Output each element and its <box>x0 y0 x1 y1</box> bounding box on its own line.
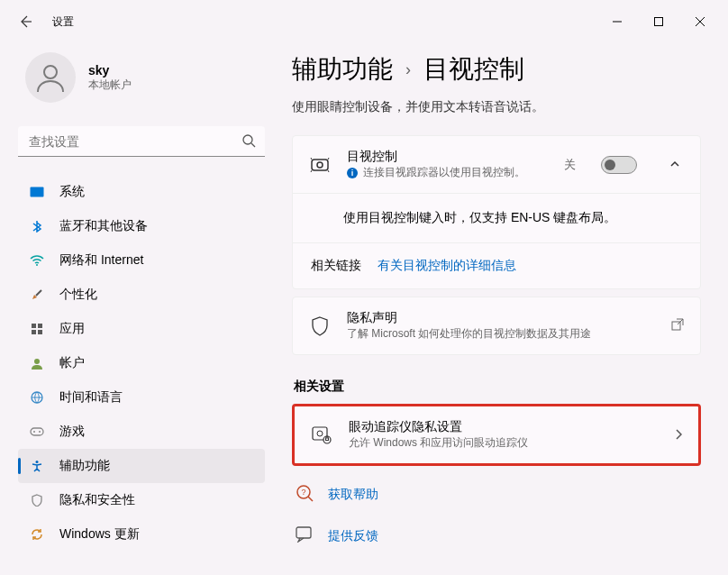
bluetooth-icon <box>29 218 45 234</box>
tracker-title: 眼动追踪仪隐私设置 <box>349 419 659 435</box>
svg-text:?: ? <box>301 488 305 497</box>
sidebar-item-label: Windows 更新 <box>59 526 140 543</box>
sidebar-item-label: 网络和 Internet <box>59 252 143 269</box>
feedback-link[interactable]: 提供反馈 <box>328 528 378 544</box>
svg-point-17 <box>33 431 35 433</box>
breadcrumb-current: 目视控制 <box>423 52 524 87</box>
window-title: 设置 <box>52 14 74 30</box>
close-button[interactable] <box>679 7 721 36</box>
eye-control-title: 目视控制 <box>347 149 548 165</box>
tracker-icon <box>311 426 332 444</box>
search-box[interactable] <box>18 126 265 157</box>
svg-point-19 <box>36 461 39 463</box>
svg-line-29 <box>308 497 313 501</box>
svg-rect-10 <box>32 324 36 328</box>
svg-rect-1 <box>655 18 663 26</box>
svg-rect-12 <box>32 330 36 334</box>
info-icon: i <box>347 168 358 178</box>
sidebar-item-label: 辅助功能 <box>59 458 110 474</box>
search-input[interactable] <box>18 126 265 157</box>
svg-point-18 <box>39 431 41 433</box>
eye-control-icon <box>309 154 331 176</box>
chevron-right-icon: › <box>405 60 411 79</box>
person-icon <box>29 355 45 371</box>
sidebar-item-label: 帐户 <box>59 355 85 371</box>
shield-icon <box>29 492 45 508</box>
help-icon: ? <box>296 484 314 505</box>
svg-rect-20 <box>312 160 328 170</box>
eye-tracker-privacy-card[interactable]: 眼动追踪仪隐私设置 允许 Windows 和应用访问眼动追踪仪 <box>292 404 701 466</box>
svg-point-8 <box>36 264 38 266</box>
sidebar-item-accounts[interactable]: 帐户 <box>18 346 265 380</box>
privacy-statement-card[interactable]: 隐私声明 了解 Microsoft 如何处理你的目视控制数据及其用途 <box>292 297 701 355</box>
brush-icon <box>29 287 45 303</box>
svg-point-4 <box>44 66 57 78</box>
sidebar-item-label: 系统 <box>59 184 85 200</box>
svg-point-5 <box>243 135 252 144</box>
eye-control-sub: 连接目视跟踪器以使用目视控制。 <box>363 165 525 180</box>
sidebar-item-label: 个性化 <box>59 287 97 303</box>
svg-rect-13 <box>38 330 42 334</box>
sidebar-item-label: 应用 <box>59 321 85 337</box>
sidebar-item-personalization[interactable]: 个性化 <box>18 278 265 312</box>
svg-point-24 <box>317 431 323 436</box>
svg-rect-11 <box>38 324 42 328</box>
svg-rect-7 <box>31 187 44 197</box>
wifi-icon <box>29 252 45 269</box>
chevron-right-icon <box>675 427 682 443</box>
sidebar-item-accessibility[interactable]: 辅助功能 <box>18 449 265 483</box>
svg-rect-16 <box>31 428 43 435</box>
expand-chevron[interactable] <box>666 157 684 173</box>
svg-point-21 <box>317 162 323 168</box>
sidebar-item-apps[interactable]: 应用 <box>18 312 265 346</box>
external-link-icon <box>671 318 684 334</box>
privacy-title: 隐私声明 <box>347 310 655 326</box>
maximize-button[interactable] <box>638 7 679 36</box>
profile-sub: 本地帐户 <box>88 78 132 93</box>
eye-control-card: 目视控制 i 连接目视跟踪器以使用目视控制。 关 使用目视控制键入时，仅支持 E… <box>292 135 701 289</box>
eye-control-details-link[interactable]: 有关目视控制的详细信息 <box>378 258 516 274</box>
globe-icon <box>29 389 45 406</box>
eye-control-note: 使用目视控制键入时，仅支持 EN-US 键盘布局。 <box>293 193 700 242</box>
sidebar-item-label: 蓝牙和其他设备 <box>59 218 148 234</box>
get-help-link[interactable]: 获取帮助 <box>328 487 378 503</box>
sidebar-item-label: 隐私和安全性 <box>59 492 135 508</box>
related-links-label: 相关链接 <box>311 258 361 274</box>
page-description: 使用眼睛控制设备，并使用文本转语音说话。 <box>292 99 701 115</box>
search-icon <box>241 133 256 151</box>
svg-line-6 <box>251 143 255 147</box>
tracker-sub: 允许 Windows 和应用访问眼动追踪仪 <box>349 435 659 451</box>
back-button[interactable] <box>7 4 43 40</box>
related-settings-header: 相关设置 <box>294 379 701 395</box>
sidebar-item-label: 时间和语言 <box>59 389 123 406</box>
sidebar-item-time-language[interactable]: 时间和语言 <box>18 380 265 415</box>
minimize-button[interactable] <box>596 7 638 36</box>
feedback-icon <box>296 526 314 545</box>
shield-outline-icon <box>309 316 331 336</box>
accessibility-icon <box>29 458 45 474</box>
sidebar-item-gaming[interactable]: 游戏 <box>18 415 265 449</box>
svg-line-9 <box>36 290 41 296</box>
sidebar-item-system[interactable]: 系统 <box>18 175 265 209</box>
apps-icon <box>29 321 45 337</box>
display-icon <box>29 184 45 200</box>
profile-name: sky <box>88 63 132 78</box>
eye-control-toggle[interactable] <box>601 156 637 174</box>
toggle-state-label: 关 <box>564 157 576 173</box>
profile[interactable]: sky 本地帐户 <box>18 43 265 126</box>
sidebar-item-network[interactable]: 网络和 Internet <box>18 243 265 278</box>
breadcrumb: 辅助功能 › 目视控制 <box>292 52 701 87</box>
avatar <box>25 52 76 103</box>
sidebar-item-privacy[interactable]: 隐私和安全性 <box>18 483 265 517</box>
svg-rect-30 <box>296 527 311 538</box>
privacy-sub: 了解 Microsoft 如何处理你的目视控制数据及其用途 <box>347 326 655 342</box>
sidebar-item-bluetooth[interactable]: 蓝牙和其他设备 <box>18 209 265 243</box>
feedback-row[interactable]: 提供反馈 <box>292 516 701 556</box>
update-icon <box>29 526 45 543</box>
breadcrumb-parent[interactable]: 辅助功能 <box>292 52 393 87</box>
sidebar-item-windows-update[interactable]: Windows 更新 <box>18 517 265 552</box>
gamepad-icon <box>29 424 45 440</box>
sidebar-item-label: 游戏 <box>59 424 85 440</box>
get-help-row[interactable]: ? 获取帮助 <box>292 473 701 516</box>
svg-point-14 <box>34 359 40 364</box>
